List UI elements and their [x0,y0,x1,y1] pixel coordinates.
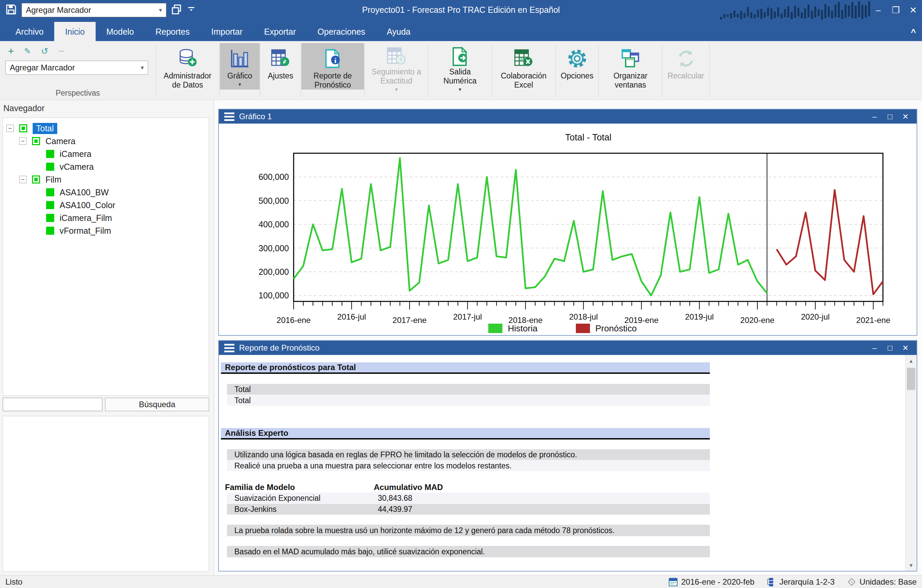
close-button[interactable]: ✕ [898,111,913,122]
marker-combobox[interactable]: Agregar Marcador ▾ [21,3,166,17]
leaf-node-icon [46,150,54,158]
undo-icon[interactable]: ↺ [41,47,49,56]
organizar-ventanas-button[interactable]: Organizar ventanas [599,43,662,90]
report-table-row: Suavización Exponencial 30,843.68 [227,493,710,503]
opciones-button[interactable]: Opciones [556,43,598,90]
tree-item-vformat-film[interactable]: vFormat_Film [3,224,209,237]
remove-marker-icon[interactable]: − [58,46,64,56]
report-section-header: Análisis Experto [221,428,710,439]
chevron-down-icon: ▾ [459,86,461,93]
window-controls: – ❐ ✕ [870,1,922,20]
chart-window-titlebar[interactable]: Gráfico 1 – □ ✕ [219,109,917,124]
search-button[interactable]: Búsqueda [105,398,209,411]
minimize-button[interactable]: – [867,342,882,354]
group-node-icon [19,124,27,132]
chart-window: Gráfico 1 – □ ✕ Total - Total100,000200,… [218,109,917,336]
svg-text:Historia: Historia [508,323,538,333]
report-table-header: Familia de Modelo Acumulativo MAD [222,482,710,493]
menu-ayuda[interactable]: Ayuda [376,22,421,41]
status-bar: Listo 2016-ene - 2020-feb Jerarquía 1-2-… [0,575,922,588]
report-window-titlebar[interactable]: Reporte de Pronóstico – □ ✕ [219,341,917,355]
cascade-windows-icon [620,46,641,72]
svg-text:100,000: 100,000 [258,291,289,300]
calendar-icon [669,577,678,586]
reporte-de-pronostico-button[interactable]: Reporte de Pronóstico [301,43,364,90]
tree-item-camera[interactable]: − Camera [3,135,209,147]
tree-item-icamera[interactable]: iCamera [3,147,209,160]
svg-text:400,000: 400,000 [258,220,289,229]
collapse-node-icon[interactable]: − [7,124,14,132]
ribbon: + ✎ ↺ − Agregar Marcador ▾ Perspectivas … [0,41,922,100]
close-button[interactable]: ✕ [898,342,913,354]
excel-table-icon [513,46,535,72]
collapse-node-icon[interactable]: − [19,176,26,183]
window-menu-icon[interactable] [224,344,234,352]
document-export-icon [449,46,471,67]
save-icon[interactable] [5,4,17,16]
chevron-down-icon: ▾ [159,7,162,14]
tree-item-asa100-color[interactable]: ASA100_Color [3,199,209,211]
menu-importar[interactable]: Importar [200,22,253,41]
tree-item-asa100-bw[interactable]: ASA100_BW [3,186,209,199]
scroll-up-icon[interactable]: ▲ [906,355,917,366]
menu-modelo[interactable]: Modelo [96,22,145,41]
hierarchy-icon [767,577,776,586]
chart-canvas: Total - Total100,000200,000300,000400,00… [219,124,917,335]
refresh-icon [675,46,697,72]
menu-bar: Archivo Inicio Modelo Reportes Importar … [0,20,922,41]
tree-item-vcamera[interactable]: vCamera [3,160,209,173]
status-date-range: 2016-ene - 2020-feb [669,577,755,586]
scroll-down-icon[interactable]: ▼ [906,559,917,571]
minimize-button[interactable]: – [870,1,887,20]
collapse-node-icon[interactable]: − [19,137,26,145]
toolbar-more-icon[interactable] [187,5,195,15]
tag-icon [847,577,857,586]
maximize-button[interactable]: □ [882,342,898,354]
edit-marker-icon[interactable]: ✎ [24,47,31,55]
svg-text:Pronóstico: Pronóstico [595,323,637,333]
trend-decoration-icon [720,2,878,20]
navigator-tree: − Total − Camera iCamera vCamera − Film [3,118,209,396]
close-button[interactable]: ✕ [904,1,922,20]
marker-combobox-value: Agregar Marcador [26,5,91,15]
report-section-header: Reporte de pronósticos para Total [221,363,710,374]
chevron-down-icon: ▾ [395,86,398,93]
svg-text:2020-ene: 2020-ene [740,315,774,325]
grafico-button[interactable]: Gráfico ▾ [220,43,260,90]
seguimiento-a-exactitud-button: Seguimiento a Exactitud ▾ [365,43,428,90]
window-menu-icon[interactable] [224,113,234,121]
scrollbar[interactable]: ▲ ▼ [905,355,917,571]
ajustes-button[interactable]: Ajustes [261,43,300,90]
svg-text:2016-jul: 2016-jul [337,312,366,321]
navigator-results-panel [3,416,209,572]
menu-inicio[interactable]: Inicio [54,22,95,41]
tree-item-total[interactable]: − Total [3,122,209,135]
collapse-ribbon-icon[interactable]: ^ [911,27,916,38]
menu-operaciones[interactable]: Operaciones [307,22,376,41]
menu-exportar[interactable]: Exportar [253,22,306,41]
menu-reportes[interactable]: Reportes [145,22,200,41]
administrador-de-datos-button[interactable]: Administrador de Datos [156,43,219,90]
new-marker-icon[interactable] [171,4,183,16]
minimize-button[interactable]: – [867,111,882,122]
chart-window-title: Gráfico 1 [239,112,272,121]
database-add-icon [177,46,198,72]
group-node-icon [32,175,40,183]
tree-item-icamera-film[interactable]: iCamera_Film [3,211,209,224]
add-marker-icon[interactable]: + [8,46,14,56]
leaf-node-icon [46,188,54,196]
report-row: La prueba rolada sobre la muestra usó un… [227,525,710,536]
salida-numerica-button[interactable]: Salida Numérica ▾ [429,43,491,90]
search-input[interactable] [3,398,102,411]
colaboracion-excel-button[interactable]: Colaboración Excel [492,43,555,90]
menu-archivo[interactable]: Archivo [5,22,54,41]
maximize-button[interactable]: □ [882,111,898,122]
perspectiva-combobox[interactable]: Agregar Marcador ▾ [5,60,148,75]
scrollbar-thumb[interactable] [907,368,915,390]
svg-text:2018-jul: 2018-jul [569,312,598,321]
group-label: Perspectivas [0,88,155,98]
group-node-icon [32,137,40,145]
table-clock-icon [386,46,407,67]
restore-button[interactable]: ❐ [887,1,904,20]
tree-item-film[interactable]: − Film [3,173,209,186]
